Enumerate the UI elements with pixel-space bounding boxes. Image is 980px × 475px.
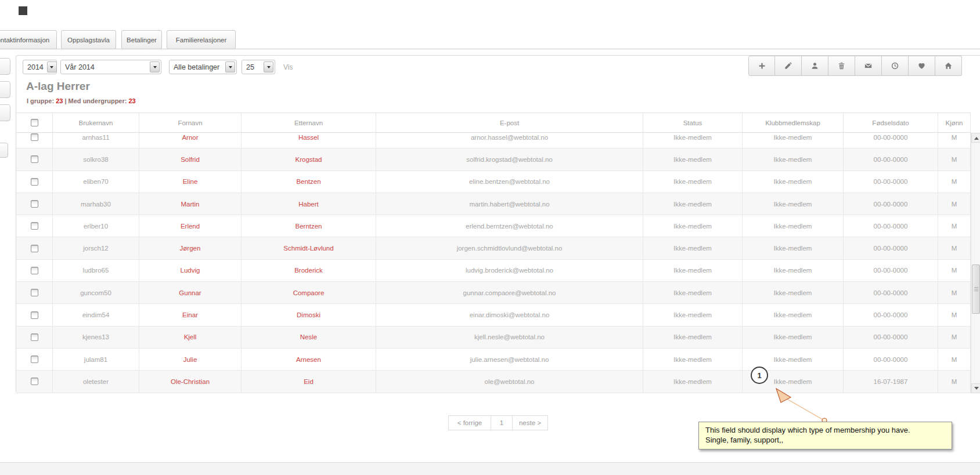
row-checkbox[interactable] [31,200,38,208]
tab-betalinger[interactable]: Betalinger [121,30,162,49]
cell-birthdate: 00-00-0000 [844,260,938,281]
cell-email: julie.arnesen@webtotal.no [376,349,643,370]
season-select-value: Vår 2014 [65,63,95,71]
table-scrollbar[interactable] [971,133,980,393]
cell-last_name: Compaore [242,282,376,303]
cell-membership: Ikke-medlem [743,282,844,303]
cell-last_name: Broderick [242,260,376,281]
row-checkbox[interactable] [31,311,38,319]
table-row: solkro38SolfridKrogstadsolfrid.krogstad@… [16,148,971,171]
cell-username: marhab30 [53,193,139,215]
cell-username: eliben70 [53,171,139,193]
row-checkbox[interactable] [31,133,38,141]
tooltip-line1: This field should display which type of … [705,425,945,435]
cell-gender: M [938,133,971,148]
tab-kontaktinformasjon[interactable]: Kontaktinformasjon [0,30,57,49]
scrollbar-grip-icon [974,287,978,291]
table-row: jorsch12JørgenSchmidt-Løvlundjorgen.schm… [16,237,971,259]
row-checkbox[interactable] [31,289,38,296]
select-all-checkbox[interactable] [31,119,38,126]
arrow-up-icon [974,135,979,140]
favorite-button[interactable] [909,56,935,76]
cell-last_name: Bentzen [242,171,376,193]
history-button[interactable] [882,56,909,76]
cell-username: eindim54 [53,304,139,325]
cell-gender: M [938,237,971,259]
column-header-klubbmedlemskap[interactable]: Klubbmedlemskap [743,113,844,132]
sidebar-stub-button[interactable] [0,58,10,75]
column-header-status[interactable]: Status [643,113,743,132]
cell-birthdate: 00-00-0000 [844,304,938,325]
in-group-count: 23 [56,97,63,104]
next-page-button[interactable]: neste > [512,415,548,430]
row-select-cell [16,282,53,303]
cell-membership: Ikke-medlem [743,327,844,348]
delete-button[interactable] [828,56,855,76]
column-header-fodselsdato[interactable]: Fødselsdato [844,113,938,132]
sidebar-stub-button[interactable] [0,81,10,98]
payments-select[interactable]: Alle betalinger [169,60,237,74]
row-checkbox[interactable] [31,222,38,230]
row-checkbox[interactable] [31,178,38,186]
current-page-button[interactable]: 1 [491,415,513,430]
year-select[interactable]: 2014 [23,60,57,74]
column-header-etternavn[interactable]: Etternavn [242,113,376,132]
column-header-brukernavn[interactable]: Brukernavn [53,113,139,132]
sidebar-stub-button[interactable] [0,104,10,121]
tab-familierelasjoner[interactable]: Familierelasjoner [167,30,236,49]
email-button[interactable] [855,56,882,76]
cell-status: Ikke-medlem [643,304,743,325]
add-button[interactable] [748,56,775,76]
cell-gender: M [938,282,971,303]
row-checkbox[interactable] [31,356,38,363]
cell-first_name: Jørgen [139,237,242,259]
sidebar-stub-button[interactable] [0,143,8,158]
row-select-cell [16,133,53,148]
scrollbar-thumb[interactable] [972,264,980,314]
cell-last_name: Schmidt-Løvlund [242,237,376,259]
cell-gender: M [938,327,971,348]
row-checkbox[interactable] [31,378,38,385]
row-checkbox[interactable] [31,155,38,163]
cell-email: ole@webtotal.no [376,371,643,392]
cell-gender: M [938,148,971,170]
edit-button[interactable] [775,56,802,76]
column-header-fornavn[interactable]: Fornavn [139,113,242,132]
page-size-select[interactable]: 25 [242,60,275,74]
scroll-up-button[interactable] [971,133,980,143]
cell-status: Ikke-medlem [643,349,743,370]
home-icon [944,61,953,70]
row-checkbox[interactable] [31,333,38,341]
season-select[interactable]: Vår 2014 [60,60,161,74]
heart-icon [917,61,926,70]
group-counts: I gruppe: 23 | Med undergrupper: 23 [27,97,136,104]
add-icon [758,61,766,70]
cell-gender: M [938,371,971,392]
table-row: kjenes13KjellNeslekjell.nesle@webtotal.n… [16,327,971,349]
cell-membership: Ikke-medlem [743,215,844,237]
subgroups-count: 23 [128,97,135,104]
member-list-panel: 2014 Vår 2014 Alle betalinger 25 Vis [16,55,980,393]
column-header-kjonn[interactable]: Kjønn [938,113,971,132]
row-checkbox[interactable] [31,267,38,274]
row-select-cell [16,237,53,259]
in-group-label: I gruppe: [27,97,54,104]
chevron-down-icon [150,61,160,72]
row-checkbox[interactable] [31,245,38,252]
cell-birthdate: 16-07-1987 [844,371,938,392]
tab-oppslagstavla[interactable]: Oppslagstavla [61,30,116,49]
cell-status: Ikke-medlem [643,327,743,348]
scroll-down-button[interactable] [971,383,980,393]
envelope-icon [864,61,873,70]
arrow-down-icon [974,387,979,392]
previous-page-button[interactable]: < forrige [448,415,491,430]
cell-birthdate: 00-00-0000 [844,148,938,170]
cell-birthdate: 00-00-0000 [844,237,938,259]
subgroups-label: Med undergrupper: [69,97,127,104]
column-header-epost[interactable]: E-post [376,113,643,132]
cell-gender: M [938,304,971,325]
select-all-cell [16,113,53,132]
member-button[interactable] [802,56,828,76]
home-button[interactable] [935,56,962,76]
cell-birthdate: 00-00-0000 [844,282,938,303]
